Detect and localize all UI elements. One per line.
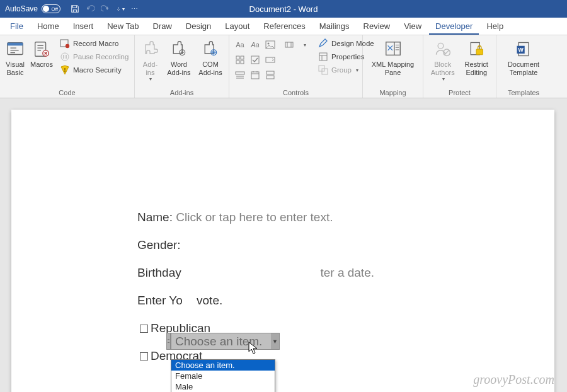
name-label: Name: bbox=[137, 210, 173, 224]
macro-security-icon bbox=[60, 65, 70, 75]
svg-rect-22 bbox=[266, 76, 274, 79]
record-macro-button[interactable]: Record Macro bbox=[58, 38, 130, 49]
document-title: Document2 - Word bbox=[249, 4, 318, 14]
autosave-toggle[interactable]: Off bbox=[42, 4, 60, 13]
com-addins-button[interactable]: COM Add-ins bbox=[196, 38, 225, 76]
checkbox-icon[interactable] bbox=[140, 352, 148, 360]
combobox-control-icon[interactable] bbox=[263, 53, 277, 67]
tab-references[interactable]: References bbox=[257, 18, 311, 35]
gender-option[interactable]: Choose an item. bbox=[171, 360, 275, 371]
addins-icon bbox=[140, 39, 160, 59]
title-bar: AutoSave Off ▾ ⋯ Document2 - Word bbox=[0, 0, 567, 18]
document-workspace[interactable]: Name: Click or tap here to enter text. G… bbox=[0, 98, 567, 392]
name-placeholder[interactable]: Click or tap here to enter text. bbox=[176, 210, 333, 224]
autosave-label: AutoSave bbox=[5, 4, 38, 13]
checkbox-control-icon[interactable] bbox=[248, 53, 262, 67]
gender-dropdown-display[interactable]: Choose an item. ▼ bbox=[171, 333, 272, 350]
building-block-control-icon[interactable] bbox=[233, 53, 247, 67]
quick-access-toolbar: ▾ ⋯ bbox=[71, 4, 138, 13]
gender-option[interactable]: Male bbox=[171, 381, 275, 392]
qat-overflow[interactable]: ⋯ bbox=[131, 5, 138, 13]
tab-review[interactable]: Review bbox=[357, 18, 397, 35]
group-addins: Add- ins ▾ Word Add-ins COM Add-ins Add-… bbox=[135, 35, 229, 98]
group-icon bbox=[318, 65, 328, 75]
dropdown-control-icon[interactable] bbox=[233, 68, 247, 82]
restrict-editing-button[interactable]: Restrict Editing bbox=[461, 38, 493, 76]
touch-mode-icon[interactable]: ▾ bbox=[116, 4, 125, 13]
xml-mapping-pane-button[interactable]: XML Mapping Pane bbox=[367, 38, 419, 76]
svg-rect-23 bbox=[285, 42, 293, 47]
gender-dropdown-control[interactable]: Choose an item. ▼ Choose an item. Female… bbox=[171, 333, 272, 350]
svg-rect-20 bbox=[251, 72, 259, 79]
watermark: groovyPost.com bbox=[473, 372, 554, 387]
word-addins-icon bbox=[169, 39, 189, 59]
svg-point-28 bbox=[438, 43, 444, 49]
xml-mapping-icon bbox=[383, 39, 403, 59]
group-label-controls: Controls bbox=[233, 88, 358, 96]
svg-point-6 bbox=[61, 53, 69, 61]
tab-draw[interactable]: Draw bbox=[147, 18, 178, 35]
tab-insert[interactable]: Insert bbox=[67, 18, 100, 35]
ribbon: Visual Basic Macros Record Macro Pause R… bbox=[0, 35, 567, 98]
gender-option[interactable]: Female bbox=[171, 371, 275, 381]
group-label-code: Code bbox=[4, 88, 130, 96]
checkbox-icon[interactable] bbox=[140, 325, 148, 333]
birthday-placeholder-tail[interactable]: ter a date. bbox=[320, 266, 374, 279]
svg-rect-17 bbox=[251, 56, 259, 64]
com-addins-icon bbox=[200, 39, 220, 59]
chevron-down-icon[interactable]: ▼ bbox=[271, 333, 280, 350]
group-protect: Block Authors▾ Restrict Editing Protect bbox=[423, 35, 496, 98]
group-mapping: XML Mapping Pane Mapping bbox=[363, 35, 423, 98]
tab-layout[interactable]: Layout bbox=[219, 18, 256, 35]
group-label-mapping: Mapping bbox=[367, 88, 419, 96]
tab-newtab[interactable]: New Tab bbox=[101, 18, 145, 35]
content-control-handle-icon[interactable] bbox=[166, 333, 171, 350]
repeating-section-control-icon[interactable] bbox=[263, 68, 277, 82]
group-controls: Aa Aa ▾ Design Mode bbox=[229, 35, 363, 98]
macro-security-button[interactable]: Macro Security bbox=[58, 64, 130, 76]
svg-point-12 bbox=[268, 43, 270, 45]
save-icon[interactable] bbox=[71, 4, 79, 13]
macros-button[interactable]: Macros bbox=[29, 38, 54, 69]
form-line-name: Name: Click or tap here to enter text. bbox=[137, 210, 554, 224]
record-macro-icon bbox=[60, 38, 70, 49]
document-template-button[interactable]: W Document Template bbox=[501, 38, 546, 76]
svg-rect-16 bbox=[241, 61, 244, 64]
gender-dropdown-list: Choose an item. Female Male bbox=[171, 359, 275, 392]
group-label-protect: Protect bbox=[427, 88, 492, 96]
document-page[interactable]: Name: Click or tap here to enter text. G… bbox=[11, 110, 554, 392]
svg-rect-24 bbox=[319, 53, 327, 61]
ribbon-tabs: File Home Insert New Tab Draw Design Lay… bbox=[0, 18, 567, 35]
tab-developer[interactable]: Developer bbox=[429, 18, 479, 35]
visual-basic-button[interactable]: Visual Basic bbox=[4, 38, 26, 76]
tab-file[interactable]: File bbox=[4, 18, 30, 35]
tab-mailings[interactable]: Mailings bbox=[313, 18, 356, 35]
form-line-gender: Gender: bbox=[137, 238, 554, 252]
legacy-tools-icon[interactable] bbox=[282, 38, 296, 52]
block-authors-icon bbox=[433, 39, 453, 59]
redo-icon[interactable] bbox=[101, 4, 110, 13]
tab-view[interactable]: View bbox=[398, 18, 428, 35]
tab-home[interactable]: Home bbox=[31, 18, 66, 35]
undo-icon[interactable] bbox=[86, 4, 94, 13]
group-label-templates: Templates bbox=[500, 88, 547, 96]
plain-text-control-icon[interactable]: Aa bbox=[248, 38, 262, 52]
group-label-addins: Add-ins bbox=[139, 88, 225, 96]
rich-text-control-icon[interactable]: Aa bbox=[233, 38, 247, 52]
picture-control-icon[interactable] bbox=[263, 38, 277, 52]
autosave-control[interactable]: AutoSave Off bbox=[0, 4, 66, 13]
macros-icon bbox=[32, 39, 52, 59]
tab-design[interactable]: Design bbox=[180, 18, 217, 35]
form-line-birthday: Birthday XXXXXXXXXXXXXXXXXter a date. bbox=[137, 266, 554, 280]
word-addins-button[interactable]: Word Add-ins bbox=[164, 38, 193, 76]
form-line-vote: Enter Your vote. bbox=[137, 294, 554, 308]
svg-point-5 bbox=[66, 44, 69, 48]
vote-label-tail: vote. bbox=[197, 294, 222, 307]
svg-rect-27 bbox=[386, 42, 400, 55]
svg-rect-1 bbox=[8, 43, 23, 46]
restrict-editing-icon bbox=[466, 39, 486, 59]
tab-help[interactable]: Help bbox=[480, 18, 510, 35]
legacy-tools-dropdown-icon[interactable]: ▾ bbox=[297, 38, 311, 52]
document-template-icon: W bbox=[513, 39, 534, 59]
date-picker-control-icon[interactable] bbox=[248, 68, 262, 82]
